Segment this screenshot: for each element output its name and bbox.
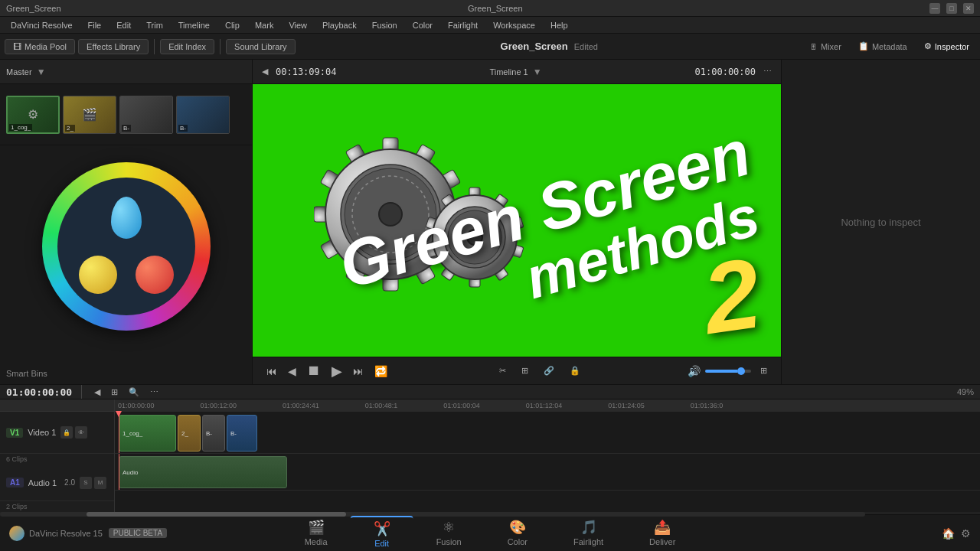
timeline-toolbar: 01:00:00:00 ◀ ⊞ 🔍 ⋯ 49%	[0, 385, 980, 399]
skip-to-end-button[interactable]: ⏭	[348, 364, 368, 379]
clip-b1[interactable]: B-	[202, 415, 225, 452]
prev-frame-button[interactable]: ◀	[259, 65, 271, 78]
content-row: Master ▼ ⚙ 1_cog_ 🎬	[0, 60, 980, 384]
video-track-name: Video 1	[28, 428, 56, 437]
logo-inner	[57, 178, 195, 315]
close-button[interactable]: ✕	[963, 3, 974, 14]
track-lock-btn[interactable]: 🔒	[60, 426, 73, 439]
logo-ring	[42, 162, 211, 331]
thumb-label-1: 1_cog_	[9, 124, 32, 131]
stop-button[interactable]: ⏹	[302, 361, 325, 380]
nav-item-fairlight[interactable]: 🎵 Fairlight	[550, 516, 626, 551]
nav-item-media[interactable]: 🎬 Media	[282, 516, 351, 551]
tl-grid-button[interactable]: ⊞	[108, 386, 121, 399]
gears-svg	[314, 130, 544, 298]
menu-item-davinci-resolve[interactable]: DaVinci Resolve	[5, 19, 79, 31]
menu-item-color[interactable]: Color	[407, 19, 439, 31]
track-eye-btn[interactable]: 👁	[75, 426, 87, 439]
track-solo-btn[interactable]: S	[80, 477, 92, 489]
nav-item-edit[interactable]: ✂️ Edit	[351, 516, 413, 551]
title-bar-text: Green_Screen	[6, 4, 61, 13]
bottom-nav: DaVinci Resolve 15 PUBLIC BETA 🎬 Media ✂…	[0, 514, 980, 551]
nav-label-edit: Edit	[374, 539, 389, 548]
title-bar: Green_Screen Green_Screen — □ ✕	[0, 0, 980, 17]
nav-label-color: Color	[508, 537, 528, 546]
media-pool-button[interactable]: 🎞 Media Pool	[5, 39, 75, 54]
thumbnail-3[interactable]: B-	[119, 96, 173, 134]
edit-index-button[interactable]: Edit Index	[160, 39, 214, 54]
thumb-label-2: 2_	[65, 125, 75, 132]
effects-library-button[interactable]: Effects Library	[78, 39, 149, 54]
clip-2[interactable]: 2_	[178, 415, 201, 452]
end-timecode: 01:00:00:00	[695, 67, 756, 77]
menu-item-fusion[interactable]: Fusion	[366, 19, 403, 31]
tl-more-button[interactable]: ⋯	[147, 386, 162, 399]
svg-point-16	[379, 203, 402, 226]
settings-button[interactable]: ⚙	[961, 527, 971, 540]
menu-item-playback[interactable]: Playback	[316, 19, 363, 31]
timeline-dropdown-icon[interactable]: ▼	[533, 67, 542, 77]
preview-gears	[314, 130, 544, 301]
more-options-button[interactable]: ⋯	[760, 65, 775, 78]
dropdown-icon: ▼	[37, 67, 46, 77]
inspector-button[interactable]: ⚙ Inspector	[918, 39, 975, 54]
tl-prev-button[interactable]: ◀	[91, 386, 103, 399]
davinci-logo-small	[9, 526, 24, 541]
skip-to-start-button[interactable]: ⏮	[262, 364, 282, 379]
nav-label-deliver: Deliver	[649, 537, 675, 546]
play-button[interactable]: ▶	[327, 361, 347, 381]
menu-item-file[interactable]: File	[82, 19, 108, 31]
menu-item-view[interactable]: View	[283, 19, 313, 31]
video-clips-count: 6 Clips	[0, 454, 114, 465]
logo-area: ⚙ 1_cog_ 🎬 2_ B-	[0, 84, 252, 363]
menu-item-mark[interactable]: Mark	[249, 19, 279, 31]
clip-1-cog[interactable]: 1_cog_	[119, 415, 176, 452]
trim-tool[interactable]: ✂	[495, 364, 511, 377]
menu-item-workspace[interactable]: Workspace	[487, 19, 541, 31]
tl-zoom-button[interactable]: 🔍	[126, 386, 142, 399]
thumbnail-4[interactable]: B-	[176, 96, 230, 134]
menu-item-trim[interactable]: Trim	[140, 19, 169, 31]
prev-frame-btn[interactable]: ◀	[283, 364, 301, 379]
mixer-button[interactable]: 🎚 Mixer	[803, 40, 848, 54]
menu-item-help[interactable]: Help	[544, 19, 574, 31]
logo-dot-left	[79, 256, 117, 294]
thumbnail-1[interactable]: ⚙ 1_cog_	[6, 96, 60, 134]
fullscreen-button[interactable]: ⊞	[756, 364, 772, 377]
clip-label-b1: B-	[203, 429, 215, 439]
menu-item-fairlight[interactable]: Fairlight	[442, 19, 484, 31]
audio-clip-1[interactable]: Audio	[119, 456, 287, 488]
track-type-a1: A1	[6, 478, 24, 487]
home-button[interactable]: 🏠	[942, 527, 955, 540]
metadata-button[interactable]: 📋 Metadata	[852, 39, 913, 54]
nav-icon-edit: ✂️	[374, 520, 390, 537]
minimize-button[interactable]: —	[929, 3, 940, 14]
maximize-button[interactable]: □	[946, 3, 957, 14]
sound-library-button[interactable]: Sound Library	[226, 39, 296, 54]
snap-button[interactable]: 🔗	[539, 364, 559, 377]
clip-label-1: 1_cog_	[119, 429, 145, 439]
title-bar-title: Green_Screen	[61, 4, 929, 13]
track-content-area[interactable]: 01:00:00:00 01:00:12:00 01:00:24:41 01:0…	[115, 399, 980, 512]
menu-item-clip[interactable]: Clip	[219, 19, 246, 31]
razor-tool[interactable]: ⊞	[517, 364, 533, 377]
loop-button[interactable]: 🔁	[370, 364, 392, 379]
toolbar-divider-2	[220, 39, 220, 54]
clip-b2[interactable]: B-	[227, 415, 257, 452]
track-mute-btn[interactable]: M	[94, 477, 106, 489]
lock-button[interactable]: 🔒	[565, 364, 585, 377]
audio-clips-count: 2 Clips	[0, 501, 114, 512]
menu-item-timeline[interactable]: Timeline	[172, 19, 216, 31]
metadata-icon: 📋	[858, 41, 869, 51]
timeline-section: 01:00:00:00 ◀ ⊞ 🔍 ⋯ 49% V1 Video 1 🔒	[0, 384, 980, 514]
nav-item-deliver[interactable]: 📤 Deliver	[626, 516, 698, 551]
nav-item-color[interactable]: 🎨 Color	[485, 516, 550, 551]
timeline-label: Timeline 1	[489, 67, 528, 77]
tools-row: ✂ ⊞ 🔗 🔒	[495, 364, 585, 377]
project-name: Green_Screen	[501, 41, 568, 52]
nav-item-fusion[interactable]: ⚛ Fusion	[413, 516, 485, 551]
volume-slider[interactable]	[705, 370, 751, 373]
thumbnail-2[interactable]: 🎬 2_	[63, 96, 116, 134]
inspector-panel: Nothing to inspect	[781, 60, 980, 384]
menu-item-edit[interactable]: Edit	[110, 19, 137, 31]
